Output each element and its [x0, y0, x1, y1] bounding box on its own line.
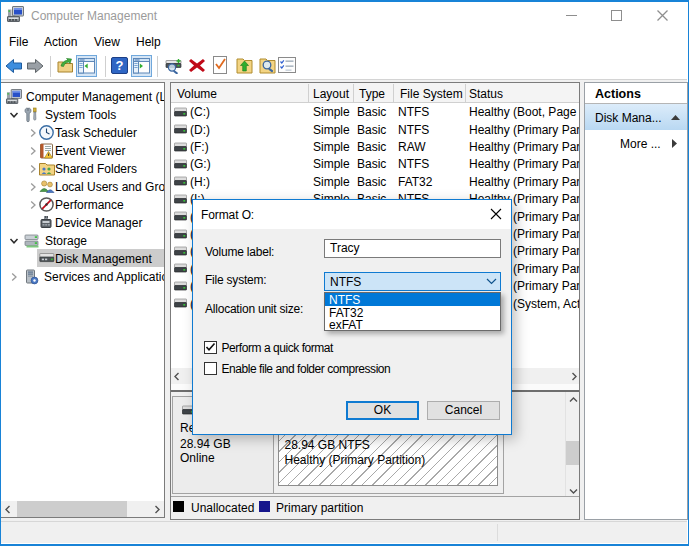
svg-text:?: ?	[116, 58, 124, 73]
